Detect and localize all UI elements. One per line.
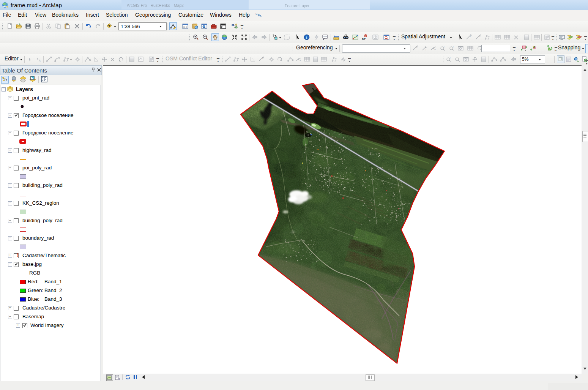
svg-text:+: + (452, 46, 454, 48)
svg-text:XY: XY (362, 37, 366, 40)
svg-text:+: + (416, 46, 418, 49)
svg-text:+: + (443, 46, 445, 48)
svg-text:+: + (262, 57, 263, 60)
svg-text:A: A (39, 59, 41, 62)
svg-text:i: i (306, 35, 307, 39)
svg-text:+: + (449, 57, 451, 59)
svg-text:+: + (458, 57, 460, 59)
svg-text:+: + (434, 48, 436, 51)
svg-text:+: + (300, 59, 301, 62)
svg-text:B: B (258, 14, 260, 17)
svg-text:+: + (479, 35, 481, 38)
svg-text:+: + (425, 49, 427, 51)
svg-text:+: + (470, 35, 471, 38)
svg-text:S: S (255, 12, 257, 16)
